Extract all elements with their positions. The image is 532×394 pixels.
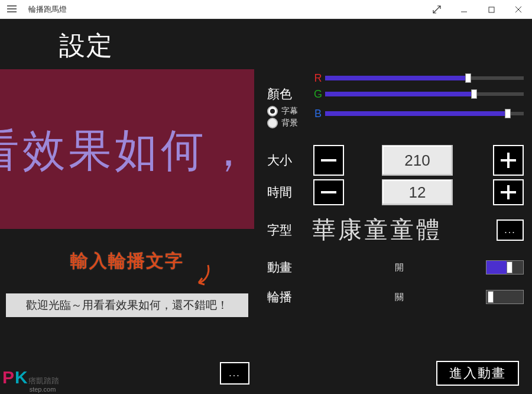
time-minus-button[interactable] bbox=[313, 179, 344, 205]
g-label: G bbox=[313, 88, 323, 101]
instruction-label: 輸入輪播文字 bbox=[70, 249, 184, 273]
r-slider[interactable] bbox=[325, 72, 524, 85]
marquee-preview: 看效果如何， bbox=[0, 69, 254, 229]
time-value: 12 bbox=[382, 179, 453, 205]
size-plus-button[interactable] bbox=[493, 145, 524, 176]
g-slider[interactable] bbox=[325, 88, 524, 101]
radio-background-label: 背景 bbox=[281, 118, 298, 128]
r-label: R bbox=[313, 72, 323, 85]
size-minus-button[interactable] bbox=[313, 145, 344, 176]
caption-input[interactable] bbox=[6, 293, 248, 317]
watermark-cjk: 痞凱踏踏 bbox=[28, 376, 59, 386]
svg-rect-0 bbox=[489, 7, 494, 12]
watermark-sub: step.com bbox=[30, 386, 59, 393]
watermark: P K 痞凱踏踏 step.com bbox=[2, 367, 59, 393]
expand-icon[interactable] bbox=[423, 0, 450, 19]
font-name-display: 華康童童體 bbox=[312, 214, 497, 246]
watermark-k: K bbox=[15, 367, 28, 387]
marquee-preview-text: 看效果如何， bbox=[0, 121, 253, 181]
size-label: 大小 bbox=[267, 152, 312, 169]
minimize-button[interactable] bbox=[450, 0, 478, 19]
maximize-button[interactable] bbox=[478, 0, 505, 19]
b-label: B bbox=[313, 108, 323, 120]
page-title: 設定 bbox=[59, 28, 524, 63]
radio-background[interactable]: 背景 bbox=[267, 118, 313, 128]
window-title: 輪播跑馬燈 bbox=[28, 4, 67, 15]
loop-label: 輪播 bbox=[267, 289, 312, 305]
b-slider[interactable] bbox=[325, 107, 524, 120]
font-picker-button[interactable]: ... bbox=[497, 219, 524, 241]
color-label: 顏色 bbox=[267, 87, 292, 101]
hamburger-menu-button[interactable] bbox=[0, 4, 24, 15]
titlebar: 輪播跑馬燈 bbox=[0, 0, 532, 19]
watermark-p: P bbox=[2, 367, 14, 387]
anim-label: 動畫 bbox=[267, 259, 312, 276]
loop-state-text: 關 bbox=[312, 292, 486, 303]
size-value: 210 bbox=[382, 145, 453, 176]
radio-subtitle-label: 字幕 bbox=[281, 106, 298, 117]
anim-toggle[interactable] bbox=[486, 260, 524, 274]
font-label: 字型 bbox=[267, 222, 312, 238]
time-plus-button[interactable] bbox=[493, 179, 524, 205]
enter-animation-button[interactable]: 進入動畫 bbox=[436, 361, 519, 386]
close-button[interactable] bbox=[505, 0, 532, 19]
time-label: 時間 bbox=[267, 184, 312, 201]
radio-subtitle[interactable]: 字幕 bbox=[267, 106, 313, 117]
loop-toggle[interactable] bbox=[486, 290, 524, 304]
more-options-button[interactable]: ... bbox=[220, 362, 249, 385]
arrow-icon bbox=[193, 264, 213, 290]
anim-state-text: 開 bbox=[312, 262, 486, 273]
